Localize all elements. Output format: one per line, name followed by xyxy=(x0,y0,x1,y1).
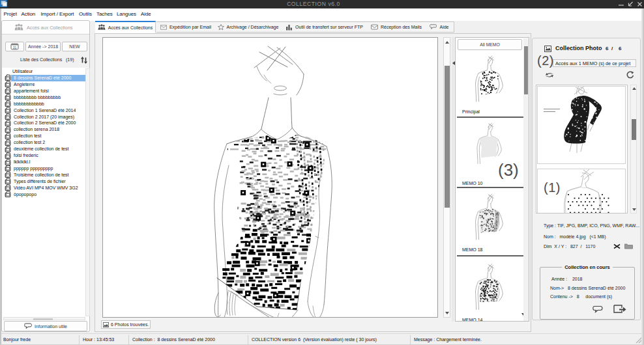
svg-text:31: 31 xyxy=(13,46,17,49)
